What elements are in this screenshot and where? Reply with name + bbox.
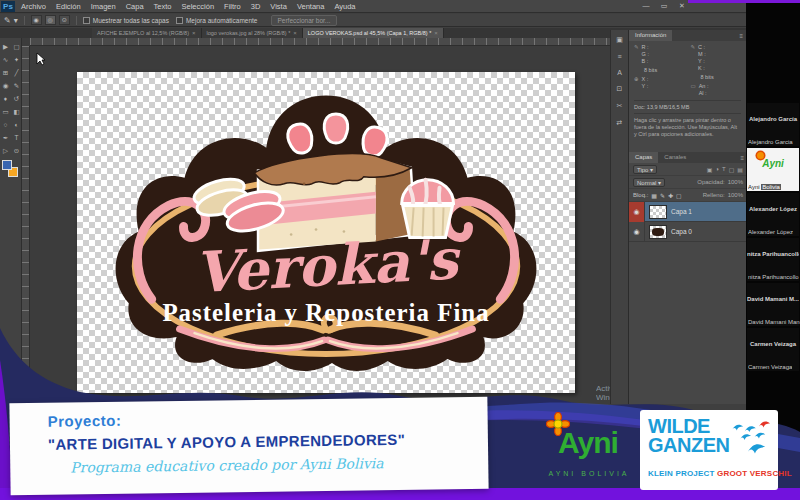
move-tool-icon[interactable]: ▶ [0,40,11,53]
mode-proximity-button[interactable]: ◉ [31,15,42,25]
options-bar: ✎ ▾ ◉ ◎ ⊙ Muestrear todas las capas Mejo… [0,14,746,27]
sample-all-layers-checkbox[interactable] [83,17,90,24]
marquee-tool-icon[interactable]: ▢ [11,40,22,53]
filter-type-icon[interactable]: T [722,166,726,173]
layer-name[interactable]: Capa 0 [671,228,692,235]
layer-thumbnail[interactable] [649,225,667,239]
cmyk-labels: C : M : Y : K : [698,44,706,72]
menu-capa[interactable]: Capa [122,0,148,13]
menu-3d[interactable]: 3D [247,0,265,13]
lock-row: Bloq.: ▦ ✎ ✚ ▢ Relleno: 100% [629,189,747,202]
mode-content-aware-button[interactable]: ⊙ [59,15,70,25]
opacity-label: Opacidad: [697,179,724,185]
styles-panel-icon[interactable]: ⊡ [617,85,623,93]
menu-ayuda[interactable]: Ayuda [330,0,359,13]
menu-archivo[interactable]: Archivo [17,0,50,13]
menu-edicion[interactable]: Edición [52,0,85,13]
tab-close-icon[interactable]: × [192,30,196,36]
mode-create-texture-button[interactable]: ◎ [45,15,56,25]
filter-icons: ▣ ◑ T ▢ ▤ [707,166,743,173]
layer-visibility-eye-icon[interactable]: ◉ [629,222,645,242]
fill-value[interactable]: 100% [728,192,743,198]
filter-shape-icon[interactable]: ▢ [729,166,735,173]
eyedropper-tool-icon[interactable]: ╱ [11,66,22,79]
tab-informacion[interactable]: Información [629,30,672,41]
panel-menu-icon[interactable]: ≡ [739,33,743,39]
panel-dock: Información ≡ ✎ R : G : B : [628,30,746,404]
layer-visibility-eye-icon[interactable]: ◉ [629,202,645,222]
participant-tile[interactable]: Alexander López Alexander López [747,193,799,236]
spot-healing-tool-icon[interactable]: ◉ [0,79,11,92]
layer-thumbnail[interactable] [649,205,667,219]
blend-mode-select[interactable]: Normal ▾ [633,178,665,187]
lock-position-icon[interactable]: ✚ [668,192,673,199]
project-title: "ARTE DIGITAL Y APOYO A EMPRENDEDORES" [48,430,488,453]
participant-tile[interactable]: Carmen Veizaga Carmen Veizaga [747,328,799,371]
properties-panel-icon[interactable]: ≡ [617,53,621,60]
menu-seleccion[interactable]: Selección [178,0,219,13]
tab-afiche-ejemplo[interactable]: AFICHE EJEMPLO al 12,5% (RGB/8) × [92,28,202,38]
lock-all-icon[interactable]: ▢ [676,192,682,199]
pen-tool-icon[interactable]: ✒ [0,131,11,144]
panel-menu-icon[interactable]: ≡ [740,155,744,161]
collapsed-panel-dock: ▣ ≡ A ⊡ ✂ ⇄ [610,30,628,404]
close-button[interactable]: ✕ [676,2,688,10]
eyedropper-icon: ✎ [691,44,696,72]
participant-name: Alexander López [747,206,799,212]
document-canvas[interactable]: Veroka's Pasteleria y Reposteria Fina [77,72,575,393]
filter-adjustment-icon[interactable]: ◑ [715,166,719,173]
filter-type-select[interactable]: Tipo ▾ [633,165,657,174]
eraser-tool-icon[interactable]: ▭ [0,105,11,118]
brush-tool-icon[interactable]: ✎ [11,79,22,92]
layer-row-capa-1[interactable]: ◉ Capa 1 [629,202,747,222]
crop-tool-icon[interactable]: ⊞ [0,66,11,79]
auto-enhance-checkbox[interactable] [176,17,183,24]
menu-texto[interactable]: Texto [150,0,176,13]
history-brush-tool-icon[interactable]: ↺ [11,92,22,105]
tools-panel: ▶ ▢ ∿ ✦ ⊞ ╱ ◉ ✎ ♦ ↺ ▭ ◧ ○ ◐ ✒ T ▷ ⊙ [0,38,22,360]
wh-labels: An : Al : [699,83,709,97]
participant-tile[interactable]: David Mamani M... David Mamani Mancilla [747,283,799,326]
swap-panel-icon[interactable]: ⇄ [617,119,623,127]
tab-capas[interactable]: Capas [629,152,658,163]
menu-vista[interactable]: Vista [266,0,291,13]
actions-panel-icon[interactable]: ✂ [617,102,623,110]
tab-canales[interactable]: Canales [658,152,692,163]
restore-button[interactable]: ▭ [658,2,670,10]
participant-tile[interactable]: nitza Parihuancollo nitza Parihuancollo [747,238,799,281]
tool-preset-icon[interactable]: ✎ [4,16,11,25]
lock-transparency-icon[interactable]: ▦ [651,192,657,199]
layer-row-capa-0[interactable]: ◉ Capa 0 [629,222,747,242]
type-tool-icon[interactable]: T [11,131,22,144]
refine-edge-button[interactable]: Perfeccionar bor... [271,15,338,26]
gradient-tool-icon[interactable]: ◧ [11,105,22,118]
opacity-value[interactable]: 100% [728,179,743,185]
tab-close-icon[interactable]: × [293,30,297,36]
menu-imagen[interactable]: Imagen [87,0,120,13]
filter-smart-icon[interactable]: ▤ [737,166,743,173]
minimize-button[interactable]: — [640,2,652,10]
lock-pixels-icon[interactable]: ✎ [660,192,665,199]
blur-tool-icon[interactable]: ○ [0,118,11,131]
character-panel-icon[interactable]: A [617,69,622,76]
participant-tile-ayni[interactable]: Ayni Ayni Bolivia [747,148,799,191]
path-selection-tool-icon[interactable]: ▷ [0,144,11,157]
dodge-tool-icon[interactable]: ◐ [11,118,22,131]
tab-logo-verokas-jpg[interactable]: logo verokas.jpg al 28% (RGB/8) * × [202,28,303,38]
lasso-tool-icon[interactable]: ∿ [0,53,11,66]
participant-tile[interactable]: Alejandro García Alejandro Garcia [747,103,799,146]
tab-logo-verokas-psd[interactable]: LOGO VEROKAS.psd al 45,5% (Capa 1, RGB/8… [303,28,444,38]
history-panel-icon[interactable]: ▣ [616,36,623,44]
preset-dropdown-icon[interactable]: ▾ [14,16,18,25]
zoom-tool-icon[interactable]: ⊙ [11,144,22,157]
layer-name[interactable]: Capa 1 [671,208,692,215]
menu-filtro[interactable]: Filtro [220,0,245,13]
tab-close-icon[interactable]: × [434,30,438,36]
menu-ventana[interactable]: Ventana [293,0,329,13]
quick-selection-tool-icon[interactable]: ✦ [11,53,22,66]
filter-pixel-icon[interactable]: ▣ [707,166,713,173]
foreground-color-swatch[interactable] [2,160,12,170]
document-size-label: Doc: 13,9 MB/16,5 MB [634,100,741,110]
participant-label: Alexander López [748,229,793,235]
clone-stamp-tool-icon[interactable]: ♦ [0,92,11,105]
